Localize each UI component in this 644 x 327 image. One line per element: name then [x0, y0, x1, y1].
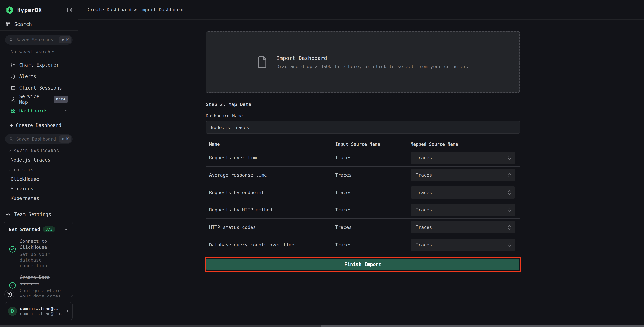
dropzone-subtitle: Drag and drop a JSON file here, or click…	[276, 64, 469, 69]
finish-import-button[interactable]: Finish Import	[206, 259, 519, 270]
chevron-up-icon[interactable]	[64, 227, 68, 232]
select-chevrons-icon	[508, 207, 511, 213]
column-header-input-source: Input Source Name	[335, 142, 410, 147]
dashboards-submenu: + Create Dashboard ⌘ K SAVED DASHBOARDS …	[0, 117, 78, 220]
hyperdx-logo-icon	[6, 6, 14, 14]
dropzone-title: Import Dashboard	[276, 55, 469, 61]
search-icon	[9, 38, 14, 42]
saved-dashboards-input[interactable]	[16, 136, 56, 142]
user-account-button[interactable]: D dominic.tran@c… dominic.tran@cli…	[4, 302, 73, 320]
saved-searches-search[interactable]: ⌘ K	[5, 35, 73, 44]
annotation-highlight: Finish Import	[204, 257, 521, 272]
brand-name: HyperDX	[17, 7, 42, 14]
table-row: Average response time Traces Traces	[206, 166, 520, 184]
get-started-item-connect[interactable]: Connect to ClickHouse Set up your databa…	[9, 238, 68, 268]
select-chevrons-icon	[508, 172, 511, 178]
select-chevrons-icon	[508, 190, 511, 196]
no-saved-searches-text: No saved searches	[11, 49, 73, 54]
sidebar-item-team-settings[interactable]: Team Settings	[5, 208, 73, 220]
sidebar: HyperDX Search	[0, 0, 78, 327]
get-started-title: Get Started	[9, 227, 40, 232]
beta-badge: BETA	[54, 96, 68, 103]
get-started-panel: Get Started 3/3 Connect to ClickHouse Se…	[4, 222, 73, 297]
step-title: Step 2: Map Data	[206, 102, 520, 107]
table-row: Database query counts over time Traces T…	[206, 236, 520, 254]
search-panel-icon	[6, 22, 11, 27]
sidebar-nav: Chart Explorer Alerts Cl	[5, 59, 73, 116]
chevron-up-icon[interactable]	[69, 22, 73, 26]
service-map-icon	[11, 97, 16, 102]
select-chevrons-icon	[508, 224, 511, 230]
presets-group-toggle[interactable]: PRESETS	[8, 168, 73, 172]
chart-explorer-icon	[11, 62, 16, 68]
sidebar-item-services[interactable]: Services	[11, 186, 73, 192]
saved-dashboards-search[interactable]: ⌘ K	[5, 134, 73, 144]
import-dashboard-content: Import Dashboard Drag and drop a JSON fi…	[206, 31, 520, 272]
logo-row: HyperDX	[0, 0, 78, 18]
mapped-source-select[interactable]: Traces	[410, 152, 515, 164]
dashboard-name-label: Dashboard Name	[206, 113, 520, 118]
dashboards-icon	[11, 108, 16, 113]
brand[interactable]: HyperDX	[6, 6, 66, 14]
json-dropzone[interactable]: Import Dashboard Drag and drop a JSON fi…	[206, 31, 520, 93]
shortcut-badge: ⌘ K	[59, 36, 71, 44]
column-header-name: Name	[206, 142, 335, 147]
user-name: dominic.tran@c…	[20, 306, 62, 311]
mapped-source-select[interactable]: Traces	[410, 221, 515, 234]
sidebar-item-kubernetes[interactable]: Kubernetes	[11, 196, 73, 201]
user-email: dominic.tran@cli…	[20, 311, 62, 316]
sidebar-item-clickhouse[interactable]: ClickHouse	[11, 176, 73, 182]
mapped-source-select[interactable]: Traces	[410, 169, 515, 181]
mapped-source-select[interactable]: Traces	[410, 204, 515, 216]
chevron-up-icon[interactable]	[64, 109, 68, 113]
main-area: Create Dashboard>Import Dashboard Import…	[78, 0, 644, 327]
breadcrumb-separator: >	[134, 7, 137, 12]
gear-icon	[6, 212, 11, 217]
search-label: Search	[14, 21, 66, 27]
mapped-source-select[interactable]: Traces	[410, 186, 515, 199]
bell-icon	[11, 74, 16, 79]
avatar: D	[8, 306, 17, 316]
sidebar-item-service-map[interactable]: Service Map BETA	[5, 94, 73, 105]
table-row: Requests over time Traces Traces	[206, 149, 520, 166]
table-header-row: Name Input Source Name Mapped Source Nam…	[206, 140, 520, 149]
sidebar-item-dashboards[interactable]: Dashboards	[5, 105, 73, 116]
question-circle-icon	[6, 291, 12, 298]
get-started-item-sources[interactable]: Create Data Sources Configure where your…	[9, 274, 68, 297]
table-row: Requests by endpoint Traces Traces	[206, 184, 520, 201]
shortcut-badge: ⌘ K	[59, 136, 71, 142]
page-header: Create Dashboard>Import Dashboard	[78, 0, 644, 20]
table-row: HTTP status codes Traces Traces	[206, 219, 520, 236]
help-button[interactable]	[4, 290, 14, 299]
search-section: ⌘ K No saved searches Chart Explorer	[0, 31, 78, 116]
saved-dashboards-group-toggle[interactable]: SAVED DASHBOARDS	[8, 149, 73, 153]
sidebar-item-chart-explorer[interactable]: Chart Explorer	[5, 59, 73, 70]
sidebar-collapse-button[interactable]	[66, 7, 73, 13]
file-icon	[257, 56, 268, 69]
laptop-icon	[11, 85, 16, 90]
scrollbar-thumb[interactable]	[321, 325, 644, 327]
sidebar-item-node-js-traces[interactable]: Node.js traces	[11, 157, 73, 163]
chevron-down-icon	[8, 149, 12, 153]
table-row: Requests by HTTP method Traces Traces	[206, 201, 520, 219]
check-circle-icon	[9, 246, 16, 268]
sidebar-item-client-sessions[interactable]: Client Sessions	[5, 82, 73, 94]
sidebar-item-search[interactable]: Search	[0, 18, 78, 30]
select-chevrons-icon	[508, 242, 511, 248]
sidebar-item-alerts[interactable]: Alerts	[5, 70, 73, 82]
dashboard-name-input[interactable]	[206, 121, 520, 134]
create-dashboard-button[interactable]: + Create Dashboard	[5, 121, 73, 130]
saved-searches-input[interactable]	[16, 37, 56, 42]
panel-collapse-icon	[66, 7, 73, 13]
search-icon	[9, 137, 14, 141]
mapped-source-select[interactable]: Traces	[410, 239, 515, 251]
horizontal-scrollbar[interactable]	[0, 325, 644, 327]
breadcrumb-parent[interactable]: Create Dashboard	[88, 7, 132, 12]
breadcrumb: Create Dashboard>Import Dashboard	[88, 7, 184, 12]
chevron-right-icon	[65, 309, 70, 313]
get-started-progress-badge: 3/3	[43, 226, 55, 232]
chevron-down-icon	[8, 168, 12, 172]
mapping-table: Name Input Source Name Mapped Source Nam…	[206, 140, 520, 254]
column-header-mapped-source: Mapped Source Name	[410, 142, 520, 147]
breadcrumb-current: Import Dashboard	[140, 7, 184, 12]
